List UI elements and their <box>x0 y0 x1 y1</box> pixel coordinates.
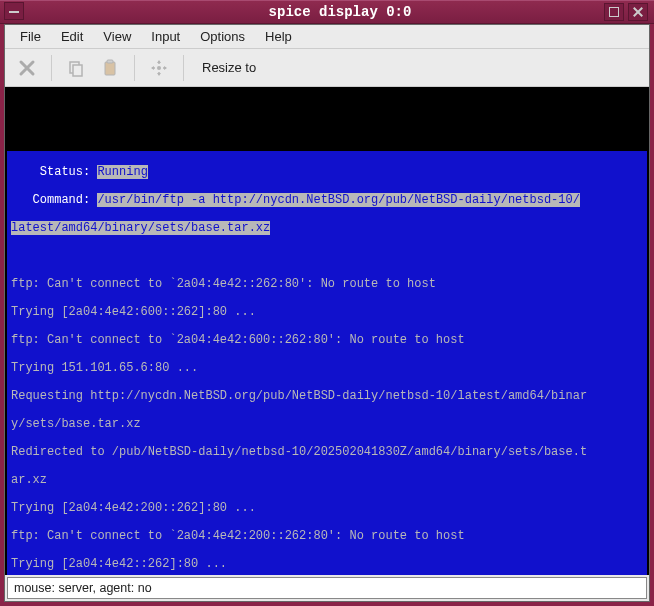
close-icon[interactable] <box>13 54 41 82</box>
svg-rect-3 <box>107 60 113 63</box>
menu-edit[interactable]: Edit <box>52 26 92 47</box>
app-window: File Edit View Input Options Help Resize… <box>4 24 650 602</box>
terminal[interactable]: Status: Running Command: /usr/bin/ftp -a… <box>7 151 647 575</box>
menubar: File Edit View Input Options Help <box>5 25 649 49</box>
command-value-l2: latest/amd64/binary/sets/base.tar.xz <box>11 221 270 235</box>
term-line: Trying [2a04:4e42:600::262]:80 ... <box>7 305 647 319</box>
term-line: ftp: Can't connect to `2a04:4e42::262:80… <box>7 277 647 291</box>
command-value-l1: /usr/bin/ftp -a http://nycdn.NetBSD.org/… <box>97 193 579 207</box>
maximize-button[interactable] <box>604 3 624 21</box>
toolbar-separator <box>183 55 184 81</box>
term-line: ftp: Can't connect to `2a04:4e42:200::26… <box>7 529 647 543</box>
toolbar-separator <box>51 55 52 81</box>
command-label: Command: <box>11 193 97 207</box>
terminal-area[interactable]: Status: Running Command: /usr/bin/ftp -a… <box>5 87 649 575</box>
menu-options[interactable]: Options <box>191 26 254 47</box>
term-line: y/sets/base.tar.xz <box>7 417 647 431</box>
status-value: Running <box>97 165 147 179</box>
window-title: spice display 0:0 <box>26 4 654 20</box>
menu-file[interactable]: File <box>11 26 50 47</box>
svg-rect-2 <box>105 62 115 75</box>
menu-input[interactable]: Input <box>142 26 189 47</box>
status-text: mouse: server, agent: no <box>14 581 152 595</box>
resize-label: Resize to <box>202 60 256 75</box>
status-label: Status: <box>11 165 97 179</box>
term-line: Trying [2a04:4e42:200::262]:80 ... <box>7 501 647 515</box>
menu-help[interactable]: Help <box>256 26 301 47</box>
term-line: ar.xz <box>7 473 647 487</box>
close-button[interactable] <box>628 3 648 21</box>
term-line: ftp: Can't connect to `2a04:4e42:600::26… <box>7 333 647 347</box>
fullscreen-icon[interactable] <box>145 54 173 82</box>
toolbar: Resize to <box>5 49 649 87</box>
window-menu-button[interactable] <box>4 2 24 20</box>
statusbar: mouse: server, agent: no <box>7 577 647 599</box>
term-line <box>7 249 647 263</box>
toolbar-separator <box>134 55 135 81</box>
term-line: Redirected to /pub/NetBSD-daily/netbsd-1… <box>7 445 647 459</box>
term-line: Trying [2a04:4e42::262]:80 ... <box>7 557 647 571</box>
copy-icon[interactable] <box>62 54 90 82</box>
svg-rect-1 <box>73 65 82 76</box>
svg-point-4 <box>157 66 161 70</box>
term-line: Requesting http://nycdn.NetBSD.org/pub/N… <box>7 389 647 403</box>
titlebar: spice display 0:0 <box>0 0 654 24</box>
menu-view[interactable]: View <box>94 26 140 47</box>
paste-icon[interactable] <box>96 54 124 82</box>
term-line: Trying 151.101.65.6:80 ... <box>7 361 647 375</box>
